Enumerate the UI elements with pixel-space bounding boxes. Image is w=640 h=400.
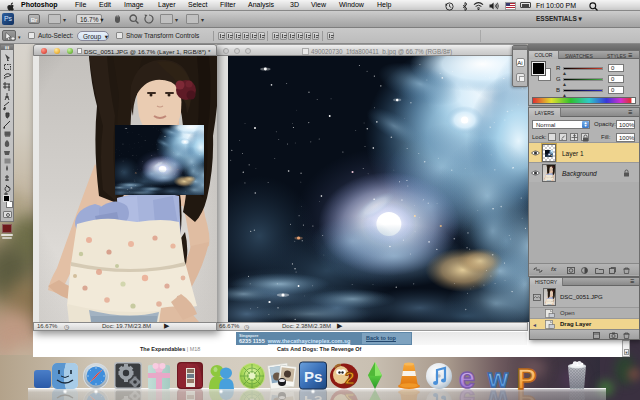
svg-text:2: 2 [345,369,354,388]
svg-text:Ps: Ps [304,368,322,385]
svg-text:Ps: Ps [304,393,322,400]
svg-text:P: P [517,383,536,400]
svg-text:e: e [459,384,475,400]
svg-text:w: w [487,385,509,400]
svg-text:2: 2 [345,390,354,400]
